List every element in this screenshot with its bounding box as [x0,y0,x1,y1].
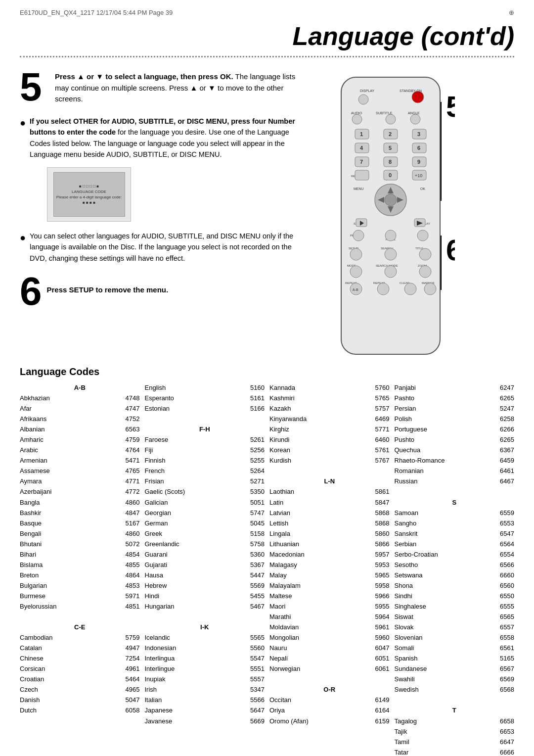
screen-row-2: LANGUAGE CODE [72,189,106,194]
left-column: 5 Press ▲ or ▼ to select a language, the… [20,67,297,361]
lang-entry: Irish5347 [145,684,265,695]
lang-entry: Latvian5868 [269,508,390,518]
lang-entry: Occitan6149 [269,695,390,705]
svg-point-53 [385,230,396,241]
screen-row-1: ■ □ □ □ □ ■ [79,184,99,189]
lang-entry: Swedish6568 [395,684,515,695]
lang-entry: Basque5167 [20,518,140,528]
lang-entry: Spanish5165 [395,653,515,663]
lang-entry: Arabic4764 [20,445,140,455]
svg-point-66 [419,266,431,278]
lang-entry: Sanskrit6547 [395,528,515,539]
lang-entry: Bislama4855 [20,560,140,570]
screen-row-3: Please enter a 4-digit language code: [56,195,122,199]
lang-entry: French5264 [145,466,265,476]
lang-entry: Italian5566 [145,695,265,705]
right-column: DISPLAY STANDBY·ON AUDIO SUBTITLE ANGLE … [307,67,475,361]
section-label-ab: A-B [20,382,140,393]
lang-entry: Maltese5966 [269,591,390,601]
svg-point-38 [385,194,397,206]
step5-intro: Press ▲ or ▼ to select a language, then … [55,72,295,103]
svg-text:1: 1 [360,131,363,137]
lang-entry: Laothian5861 [269,486,390,497]
svg-text:5: 5 [389,145,392,151]
svg-point-10 [410,114,420,124]
bullet-dot-1: ● [20,116,26,160]
lang-entry: Greek5158 [145,528,265,539]
svg-point-60 [419,248,431,260]
lang-entry: Hausa5447 [145,570,265,580]
lang-entry: Kurdish5767 [269,455,390,466]
lang-entry: Quechua6367 [395,445,515,455]
svg-text:+10: +10 [415,173,422,178]
lang-entry: Latin5847 [269,497,390,508]
lang-entry: Romanian6461 [395,466,515,476]
svg-text:3: 3 [417,131,420,137]
lang-entry: Slovenian6558 [395,632,515,643]
lang-entry: Polish6258 [395,414,515,424]
svg-point-4 [412,91,424,103]
section-label-s: S [395,497,515,508]
svg-point-3 [358,94,368,104]
svg-point-75 [424,283,436,295]
lang-entry: Setswana6660 [395,570,515,580]
page-title-area: Language (cont'd) [0,21,534,56]
lang-entry: Bihari4854 [20,549,140,560]
lang-entry: Tamil6647 [395,737,515,747]
lang-entry: Malay5965 [269,570,390,580]
lang-entry: Bulgarian4853 [20,580,140,591]
lang-entry: Japanese5647 [145,705,265,715]
lang-entry: Guarani5360 [145,549,265,560]
lang-entry: Mongolian5960 [269,632,390,643]
step6-number: 6 [20,272,42,311]
lang-entry: Serbo-Croatian6554 [395,549,515,560]
lang-codes-title: Language Codes [20,366,514,378]
lang-entry: Hindi5455 [145,591,265,601]
svg-text:OK: OK [420,187,425,190]
lang-entry: Bengali4860 [20,528,140,539]
bullet-dot-2: ● [20,231,26,264]
lang-entry: Moldavian5961 [269,622,390,632]
lang-entry: Bhutani5072 [20,539,140,549]
lang-entry: Azerbaijani4772 [20,486,140,497]
lang-entry: Abkhazian4748 [20,393,140,403]
lang-entry: Galician5051 [145,497,265,508]
lang-entry: Gujarati5367 [145,560,265,570]
svg-text:2: 2 [389,131,392,137]
lang-entry: Faroese5261 [145,434,265,445]
lang-col-1: A-B Abkhazian4748 Afar4747 Afrikaans4752… [20,382,140,756]
section-label-t: T [395,705,515,715]
lang-entry: Gaelic (Scots)5350 [145,486,265,497]
lang-entry: Bangla4860 [20,497,140,508]
screen-row-4: ■ ■ ■ ■ [83,200,95,205]
lang-entry: Serbian6564 [395,539,515,549]
bullet2-text: You can select other languages for AUDIO… [30,231,297,264]
lang-entry: Hungarian5467 [145,601,265,612]
section-label-ce: C-E [20,622,140,632]
lang-entry: Portuguese6266 [395,424,515,434]
lang-entry: Sangho6553 [395,518,515,528]
lang-entry: Swahili6569 [395,674,515,684]
lang-entry: Danish5047 [20,695,140,705]
svg-text:MENU: MENU [354,187,364,190]
lang-entry: Interlingue5551 [145,663,265,674]
lang-entry: Tagalog6658 [395,716,515,726]
screenshot-box: ■ □ □ □ □ ■ LANGUAGE CODE Please enter a… [47,167,131,222]
lang-entry: Bashkir4847 [20,508,140,518]
lang-entry: Maori5955 [269,601,390,612]
svg-point-52 [353,230,364,241]
lang-entry: Panjabi6247 [395,382,515,393]
step6-text: Press SETUP to remove the menu. [47,272,169,294]
main-content: 5 Press ▲ or ▼ to select a language, the… [0,67,534,361]
svg-text:9: 9 [417,159,420,165]
svg-text:0: 0 [389,172,392,178]
lang-entry: Somali6561 [395,643,515,653]
lang-entry: Nepali6051 [269,653,390,663]
svg-point-54 [417,230,428,241]
lang-entry: Malagasy5953 [269,560,390,570]
lang-entry: Sesotho6566 [395,560,515,570]
lang-entry: Hebrew5569 [145,580,265,591]
svg-text:4: 4 [360,145,363,151]
section-label-ik: I-K [145,622,265,632]
lang-entry: Siswat6565 [395,612,515,622]
